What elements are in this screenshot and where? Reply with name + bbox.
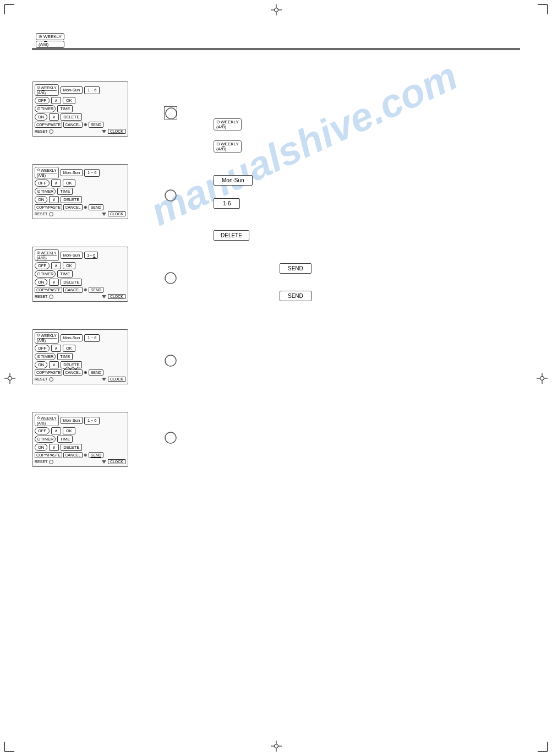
callout-mon-sun: Mon-Sun <box>214 175 253 186</box>
callout-send-1: SEND <box>280 263 311 274</box>
svg-point-3 <box>165 355 176 366</box>
callout-send-2: SEND <box>280 291 311 301</box>
header-ab-label: (A/B) <box>39 42 48 47</box>
callout-weekly-2: ⊙WEEKLY (A/B) <box>214 140 242 153</box>
crosshair-top <box>271 4 282 15</box>
watermark: manualshive.com <box>144 53 464 235</box>
circle-indicator-5 <box>164 431 177 445</box>
cancel-button-3[interactable]: CANCEL <box>63 287 82 293</box>
corner-mark-tr <box>538 4 548 14</box>
svg-point-4 <box>165 432 176 443</box>
remote-2: ⊙WEEKLY (A/B) Mon-Sun 1－6 OFF ∧ OK ⊙TIME… <box>32 164 128 219</box>
remote-4: ⊙WEEKLY (A/B) Mon-Sun 1－6 OFF ∧ OK ⊙TIME… <box>32 329 128 384</box>
circle-indicator-4 <box>164 354 177 368</box>
corner-mark-br <box>538 742 548 752</box>
remote-1: ⊙WEEKLY (A/A) Mon-Sun 1－6 OFF ∧ OK ⊙TIME… <box>32 81 128 137</box>
crosshair-bottom <box>271 741 282 752</box>
callout-range: 1-6 <box>214 198 240 209</box>
corner-mark-tl <box>4 4 14 14</box>
svg-point-1 <box>165 190 176 201</box>
remote-3: ⊙WEEKLY (A/IB) Mon-Sun 1∼6 OFF ∧ OK ⊙TIM… <box>32 247 128 302</box>
callout-delete: DELETE <box>214 230 249 241</box>
circle-indicator-1 <box>164 106 177 119</box>
header-weekly-label: WEEKLY <box>43 34 62 39</box>
svg-point-2 <box>165 273 176 284</box>
circle-indicator-3 <box>164 271 177 286</box>
corner-mark-bl <box>4 742 14 752</box>
top-bar <box>32 48 520 50</box>
svg-point-0 <box>166 108 177 119</box>
crosshair-right <box>537 373 548 384</box>
header-weekly-badge: ⊙ WEEKLY (A/B) <box>36 33 64 48</box>
callout-weekly-1: ⊙WEEKLY (A/B) <box>214 118 242 130</box>
crosshair-left <box>4 373 15 384</box>
circle-indicator-2 <box>164 189 177 203</box>
remote-5: ⊙WEEKLY (A/B) Mon-Sun 1－6 OFF ∧ OK ⊙TIME… <box>32 412 128 467</box>
